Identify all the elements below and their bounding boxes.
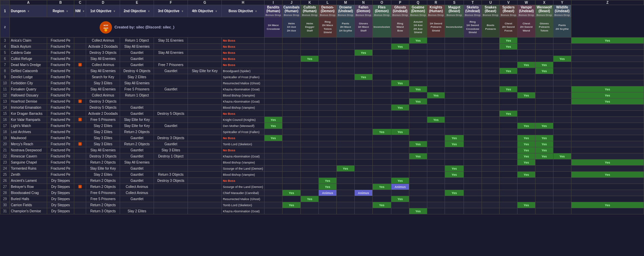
drop-cell[interactable]: Animus [354,190,372,196]
drop-cell[interactable] [482,202,500,208]
drop-cell[interactable] [372,56,391,62]
drop-cell[interactable]: Yes [301,56,319,62]
dungeon-name[interactable]: Light's Watch [10,123,47,129]
drop-cell[interactable]: Yes [301,196,319,202]
dungeon-name[interactable]: Kor Dragan Barracks [10,111,47,117]
drop-cell[interactable] [354,129,372,135]
drop-cell[interactable] [319,68,337,74]
drop-cell[interactable]: Yes [354,74,372,80]
drop-cell[interactable] [464,86,482,92]
drop-cell[interactable] [445,123,464,129]
drop-cell[interactable] [518,50,535,56]
dungeon-name[interactable]: Maulwood [10,135,47,141]
drop-cell[interactable] [354,172,372,178]
drop-cell[interactable] [427,129,445,135]
drop-cell[interactable] [553,141,571,147]
drop-cell[interactable] [445,129,464,135]
drop-cell[interactable] [445,105,464,111]
hdr-obj2[interactable]: 2nd Objective ▼ [120,5,154,17]
drop-cell[interactable] [445,159,464,166]
drop-cell[interactable] [282,92,301,99]
drop-cell[interactable]: Yes [535,153,553,159]
drop-cell[interactable] [445,147,464,153]
drop-cell[interactable] [282,62,301,68]
drop-cell[interactable] [391,135,409,141]
drop-cell[interactable] [319,111,337,117]
drop-cell[interactable] [319,159,337,166]
drop-cell[interactable] [409,92,427,99]
drop-cell[interactable] [372,190,391,196]
drop-cell[interactable] [518,196,535,202]
drop-cell[interactable]: Yes [372,184,391,190]
drop-cell[interactable] [282,56,301,62]
dungeon-name[interactable]: Betrayer's Row [10,184,47,190]
drop-cell[interactable] [354,153,372,159]
drop-cell[interactable] [372,147,391,153]
drop-cell[interactable] [464,50,482,56]
drop-cell[interactable] [391,56,409,62]
hdr-demon[interactable]: Demon-(Demon)Bonus Drop [319,5,337,17]
drop-cell[interactable] [464,111,482,117]
drop-cell[interactable]: Yes [409,99,427,105]
drop-cell[interactable] [535,86,553,92]
drop-cell[interactable] [282,159,301,166]
drop-cell[interactable] [571,111,644,117]
drop-cell[interactable] [264,80,282,86]
drop-cell[interactable]: Yes [445,190,464,196]
drop-cell[interactable] [464,129,482,135]
drop-cell[interactable]: Yes [409,208,427,214]
drop-cell[interactable] [354,86,372,92]
drop-cell[interactable] [264,86,282,92]
drop-cell[interactable]: Yes [571,38,644,44]
drop-cell[interactable] [518,111,535,117]
drop-cell[interactable] [336,123,354,129]
dungeon-name[interactable]: Sanguine Chapel [10,159,47,166]
drop-cell[interactable] [535,190,553,196]
drop-cell[interactable] [409,62,427,68]
drop-cell[interactable]: Yes [535,68,553,74]
drop-cell[interactable] [553,202,571,208]
hdr-maggot[interactable]: Maggot(Beast)Bonus Drop [445,5,464,17]
drop-cell[interactable] [553,99,571,105]
drop-cell[interactable] [535,166,553,172]
drop-cell[interactable] [500,166,518,172]
drop-cell[interactable]: Yes [445,166,464,172]
drop-cell[interactable] [427,56,445,62]
drop-cell[interactable] [301,159,319,166]
drop-cell[interactable] [518,190,535,196]
drop-cell[interactable] [518,129,535,135]
drop-cell[interactable] [372,117,391,123]
drop-cell[interactable] [319,38,337,44]
dungeon-name[interactable]: Anica's Claim [10,38,47,44]
drop-cell[interactable] [409,105,427,111]
drop-cell[interactable] [391,111,409,117]
drop-cell[interactable] [482,80,500,86]
drop-cell[interactable] [264,196,282,202]
drop-cell[interactable] [482,111,500,117]
drop-cell[interactable] [427,159,445,166]
drop-cell[interactable] [518,80,535,86]
drop-cell[interactable] [500,123,518,129]
drop-cell[interactable] [500,196,518,202]
drop-cell[interactable] [500,190,518,196]
drop-cell[interactable] [482,141,500,147]
drop-cell[interactable] [553,38,571,44]
drop-cell[interactable] [427,99,445,105]
drop-cell[interactable] [427,105,445,111]
drop-cell[interactable] [571,123,644,129]
drop-cell[interactable] [372,62,391,68]
drop-cell[interactable] [391,172,409,178]
drop-cell[interactable] [319,99,337,105]
drop-cell[interactable] [518,74,535,80]
drop-cell[interactable] [518,68,535,74]
drop-cell[interactable] [464,56,482,62]
drop-cell[interactable]: Yes [518,123,535,129]
drop-cell[interactable] [301,105,319,111]
drop-cell[interactable] [553,147,571,153]
drop-cell[interactable] [518,178,535,184]
drop-cell[interactable] [535,38,553,44]
drop-cell[interactable] [500,62,518,68]
drop-cell[interactable] [282,123,301,129]
drop-cell[interactable] [391,123,409,129]
drop-cell[interactable] [427,44,445,50]
